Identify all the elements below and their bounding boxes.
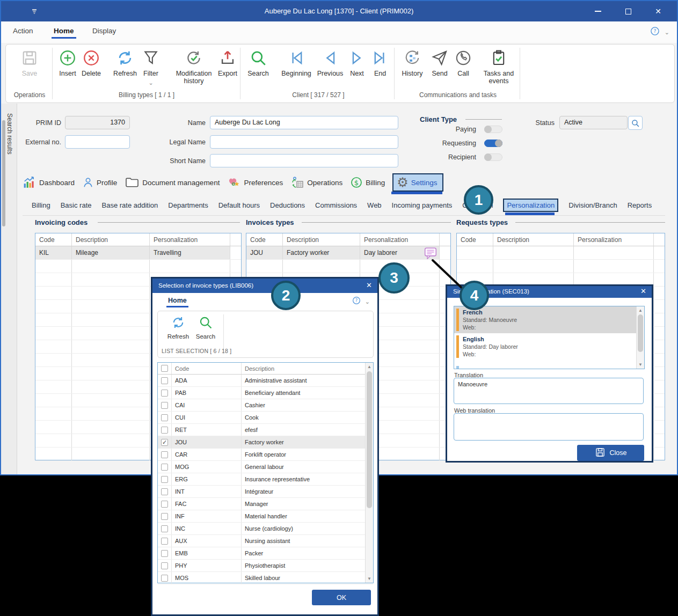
subtab-billing[interactable]: Billing: [32, 201, 50, 209]
beginning-button[interactable]: Beginning: [277, 48, 316, 77]
row-checkbox[interactable]: [158, 535, 172, 547]
language-entry-french[interactable]: FrenchStandard: ManoeuvreWeb:: [454, 306, 644, 333]
selection-list-row[interactable]: FACManager: [158, 498, 373, 510]
subtab-commissions[interactable]: Commissions: [315, 201, 357, 209]
selection-dialog-close-icon[interactable]: ✕: [366, 281, 372, 289]
row-checkbox[interactable]: [158, 523, 172, 534]
close-button[interactable]: ✕: [650, 4, 666, 18]
subtab-deductions[interactable]: Deductions: [270, 201, 305, 209]
selection-list-row[interactable]: ERGInsurance representative: [158, 473, 373, 486]
row-checkbox[interactable]: [158, 375, 172, 386]
minimize-button[interactable]: [590, 4, 606, 18]
subtab-web[interactable]: Web: [367, 201, 382, 209]
selection-list-row[interactable]: CARForklift operator: [158, 449, 373, 461]
delete-button[interactable]: Delete: [77, 48, 105, 77]
row-checkbox[interactable]: [158, 473, 172, 485]
save-button[interactable]: Save: [6, 48, 53, 77]
tab-settings[interactable]: ⚙ Settings: [392, 173, 443, 192]
subtab-default-hours[interactable]: Default hours: [218, 201, 260, 209]
selection-dialog-home-tab[interactable]: Home: [168, 297, 187, 304]
tab-operations[interactable]: Operations: [290, 176, 342, 189]
row-checkbox[interactable]: [158, 424, 172, 436]
translation-dialog-close-icon[interactable]: ✕: [640, 287, 646, 295]
selection-dialog-chevron-icon[interactable]: ⌄: [365, 298, 370, 305]
selection-list-row[interactable]: CAICashier: [158, 399, 373, 412]
modification-history-button[interactable]: Modification history: [168, 48, 220, 85]
tab-home[interactable]: Home: [54, 27, 74, 35]
table-row[interactable]: JOUFactory workerDay laborer: [246, 246, 450, 260]
recipient-toggle[interactable]: [484, 153, 502, 161]
row-checkbox[interactable]: [158, 572, 172, 584]
scroll-thumb[interactable]: [638, 314, 643, 352]
subtab-incoming-payments[interactable]: Incoming payments: [392, 201, 453, 209]
close-save-button[interactable]: Close: [577, 445, 644, 461]
filter-button[interactable]: Filter ⌄: [138, 48, 163, 87]
subtab-base-rate-addition[interactable]: Base rate addition: [102, 201, 158, 209]
selection-list-row[interactable]: PABBeneficiary attendant: [158, 387, 373, 399]
selection-search-button[interactable]: Search: [189, 314, 222, 340]
subtab-personalization[interactable]: Personalization: [503, 199, 558, 212]
selection-list-row[interactable]: AUXNursing assistant: [158, 535, 373, 547]
history-button[interactable]: History: [397, 48, 428, 77]
language-list-scrollbar[interactable]: ▲▼: [636, 306, 644, 369]
legal-name-field[interactable]: [210, 135, 398, 149]
subtab-departments[interactable]: Departments: [168, 201, 208, 209]
language-list[interactable]: FrenchStandard: ManoeuvreWeb:EnglishStan…: [454, 306, 645, 369]
tab-profile[interactable]: Profile: [82, 177, 117, 188]
end-button[interactable]: End: [369, 48, 391, 77]
help-icon[interactable]: ?: [650, 26, 660, 39]
send-button[interactable]: Send: [428, 48, 451, 77]
scroll-down-icon[interactable]: ▼: [366, 576, 373, 581]
selection-list[interactable]: CodeDescriptionADAAdministrative assista…: [157, 362, 374, 583]
tab-display[interactable]: Display: [92, 27, 116, 35]
short-name-field[interactable]: [210, 154, 398, 167]
selection-list-row[interactable]: PHYPhysiotherapist: [158, 560, 373, 572]
call-button[interactable]: Call: [453, 48, 473, 77]
tab-preferences[interactable]: Preferences: [227, 177, 283, 188]
row-checkbox[interactable]: [158, 498, 172, 510]
select-all-checkbox[interactable]: [158, 363, 172, 374]
language-entry-english[interactable]: EnglishStandard: Day laborerWeb:: [454, 333, 644, 360]
refresh-button[interactable]: Refresh: [110, 48, 141, 77]
previous-button[interactable]: Previous: [314, 48, 347, 77]
status-field[interactable]: Active: [559, 116, 628, 129]
row-checkbox[interactable]: [158, 412, 172, 423]
tab-billing[interactable]: $ Billing: [350, 176, 385, 189]
row-checkbox[interactable]: [158, 449, 172, 460]
selection-list-row[interactable]: INCNurse (cardiology): [158, 523, 373, 535]
selection-list-row[interactable]: ✓JOUFactory worker: [158, 436, 373, 449]
row-checkbox[interactable]: [158, 547, 172, 559]
web-translation-field[interactable]: [454, 413, 644, 441]
next-button[interactable]: Next: [345, 48, 369, 77]
selection-list-row[interactable]: ADAAdministrative assistant: [158, 375, 373, 387]
subtab-division-branch[interactable]: Division/Branch: [568, 201, 617, 209]
maximize-button[interactable]: [620, 4, 636, 18]
selection-list-row[interactable]: MOGGeneral labour: [158, 461, 373, 473]
strip-scrollbar[interactable]: [2, 120, 5, 226]
scroll-up-icon[interactable]: ▲: [637, 308, 644, 313]
row-checkbox[interactable]: [158, 510, 172, 522]
chevron-down-icon[interactable]: ⌄: [665, 29, 669, 36]
selection-list-row[interactable]: CUICook: [158, 412, 373, 424]
ok-button[interactable]: OK: [312, 590, 371, 605]
scroll-up-icon[interactable]: ▲: [366, 364, 373, 369]
subtab-basic-rate[interactable]: Basic rate: [61, 201, 92, 209]
row-checkbox[interactable]: [158, 560, 172, 571]
external-no-field[interactable]: [65, 135, 130, 149]
requesting-toggle[interactable]: [484, 140, 502, 147]
scroll-thumb[interactable]: [367, 371, 372, 508]
paying-toggle[interactable]: [484, 126, 502, 133]
tab-document-management[interactable]: Document management: [125, 177, 220, 188]
search-results-strip[interactable]: Search results: [1, 104, 17, 474]
search-button[interactable]: Search: [244, 48, 273, 77]
tab-dashboard[interactable]: Dashboard: [23, 176, 75, 189]
status-lookup-button[interactable]: [628, 116, 643, 130]
row-checkbox[interactable]: [158, 399, 172, 411]
row-checkbox[interactable]: [158, 486, 172, 497]
export-button[interactable]: Export: [214, 48, 242, 77]
scroll-down-icon[interactable]: ▼: [637, 362, 644, 367]
selection-list-row[interactable]: EMBPacker: [158, 547, 373, 560]
selection-dialog-help-icon[interactable]: ?: [352, 296, 361, 307]
selection-list-row[interactable]: RETefesf: [158, 424, 373, 436]
table-row[interactable]: KILMileageTravelling: [35, 246, 241, 260]
